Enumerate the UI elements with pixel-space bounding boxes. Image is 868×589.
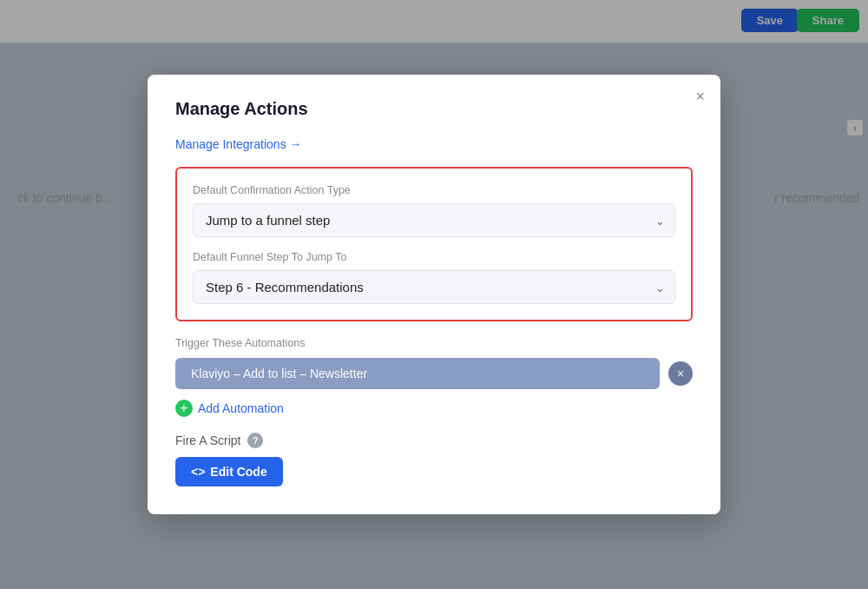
add-icon: + <box>175 400 193 417</box>
automation-tag: Klaviyo – Add to list – Newsletter <box>175 358 660 389</box>
automation-row: Klaviyo – Add to list – Newsletter × <box>175 358 693 389</box>
modal-title: Manage Actions <box>175 99 693 119</box>
edit-code-label: Edit Code <box>210 465 266 479</box>
funnel-step-select-wrapper: Step 1 Step 2 Step 3 Step 4 Step 5 Step … <box>193 270 675 304</box>
red-bordered-section: Default Confirmation Action Type Jump to… <box>175 167 693 321</box>
funnel-step-label: Default Funnel Step To Jump To <box>193 251 675 263</box>
add-automation-button[interactable]: + Add Automation <box>175 400 284 417</box>
trigger-automations-label: Trigger These Automations <box>175 337 693 349</box>
help-icon[interactable]: ? <box>247 433 263 448</box>
action-type-label: Default Confirmation Action Type <box>193 184 675 196</box>
modal-close-button[interactable]: × <box>695 89 705 104</box>
add-automation-label: Add Automation <box>198 401 284 415</box>
modal-overlay: Manage Actions × Manage Integrations → D… <box>0 0 868 589</box>
manage-integrations-link[interactable]: Manage Integrations → <box>175 137 302 151</box>
edit-code-button[interactable]: <> Edit Code <box>175 457 283 486</box>
fire-script-label: Fire A Script <box>175 433 240 447</box>
action-type-select-wrapper: Jump to a funnel step Go to URL Do nothi… <box>193 203 675 237</box>
code-icon: <> <box>191 465 205 479</box>
fire-script-row: Fire A Script ? <box>175 433 693 448</box>
funnel-step-select[interactable]: Step 1 Step 2 Step 3 Step 4 Step 5 Step … <box>193 270 675 304</box>
remove-automation-button[interactable]: × <box>668 361 693 386</box>
manage-actions-modal: Manage Actions × Manage Integrations → D… <box>148 75 720 514</box>
action-type-select[interactable]: Jump to a funnel step Go to URL Do nothi… <box>193 203 675 237</box>
